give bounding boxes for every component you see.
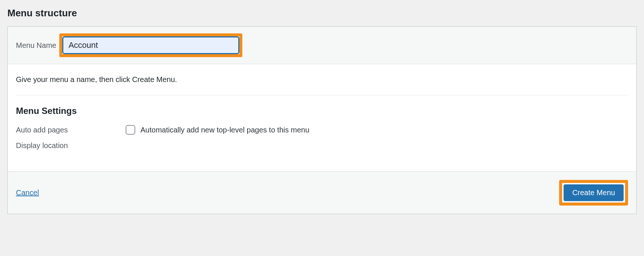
auto-add-pages-checkbox[interactable] xyxy=(126,125,135,135)
helper-text: Give your menu a name, then click Create… xyxy=(16,75,628,84)
menu-settings-heading: Menu Settings xyxy=(16,106,628,116)
panel-footer: Cancel Create Menu xyxy=(8,171,636,214)
auto-add-pages-row: Auto add pages Automatically add new top… xyxy=(16,125,628,135)
separator xyxy=(16,95,628,95)
panel-body: Give your menu a name, then click Create… xyxy=(8,64,636,171)
section-title: Menu structure xyxy=(7,7,637,19)
cancel-link[interactable]: Cancel xyxy=(16,188,39,197)
auto-add-pages-checkbox-label: Automatically add new top-level pages to… xyxy=(140,126,309,134)
create-menu-highlight: Create Menu xyxy=(559,180,628,206)
menu-name-label: Menu Name xyxy=(16,41,56,50)
auto-add-pages-label: Auto add pages xyxy=(16,126,126,134)
menu-name-highlight xyxy=(59,33,242,57)
menu-name-input[interactable] xyxy=(62,36,239,54)
display-location-row: Display location xyxy=(16,141,628,150)
display-location-label: Display location xyxy=(16,141,126,150)
create-menu-button[interactable]: Create Menu xyxy=(564,184,624,201)
menu-structure-panel: Menu Name Give your menu a name, then cl… xyxy=(7,26,637,214)
panel-header: Menu Name xyxy=(8,27,636,64)
auto-add-pages-control: Automatically add new top-level pages to… xyxy=(126,125,309,135)
